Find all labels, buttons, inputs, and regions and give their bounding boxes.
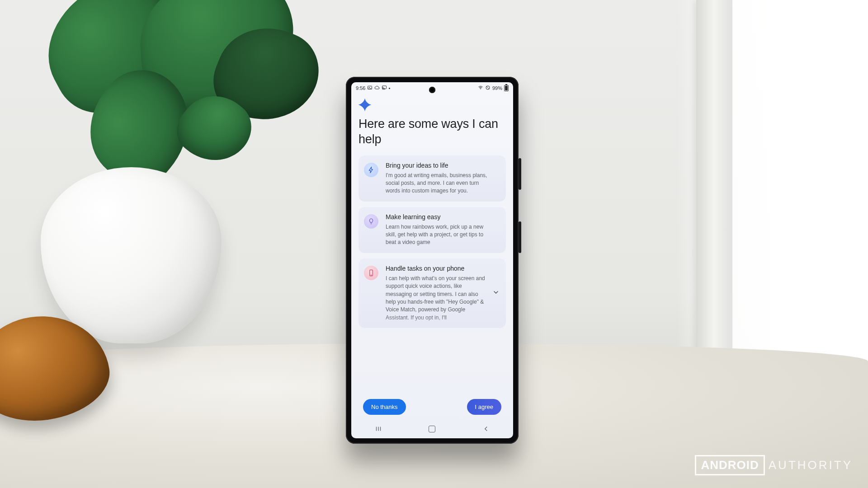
photo-scene: ANDROID AUTHORITY 9:56: [0, 0, 868, 488]
status-time: 9:56: [356, 85, 365, 91]
card-ideas[interactable]: Bring your ideas to life I'm good at wri…: [359, 155, 506, 202]
i-agree-button[interactable]: I agree: [467, 399, 501, 415]
chevron-down-icon[interactable]: [492, 289, 500, 298]
gemini-sparkle-icon: [358, 98, 372, 112]
feature-cards: Bring your ideas to life I'm good at wri…: [359, 155, 506, 394]
phone-screen: 9:56: [351, 82, 513, 438]
card-desc: Learn how rainbows work, pick up a new s…: [386, 223, 494, 247]
card-title: Make learning easy: [386, 213, 494, 221]
bolt-icon: [364, 163, 378, 177]
card-title: Bring your ideas to life: [386, 162, 494, 169]
nav-home-button[interactable]: [423, 426, 441, 432]
consent-button-bar: No thanks I agree: [359, 394, 506, 419]
svg-point-3: [480, 89, 481, 89]
phone-icon: [364, 266, 378, 280]
status-battery-icon: [504, 85, 509, 91]
phone-frame: 9:56: [346, 77, 519, 444]
plant-pot: [41, 167, 222, 343]
front-camera: [429, 87, 435, 93]
status-image-icon: [367, 85, 373, 91]
card-phone-tasks[interactable]: Handle tasks on your phone I can help wi…: [359, 258, 506, 328]
svg-line-5: [486, 86, 489, 89]
status-dnd-icon: [485, 85, 491, 91]
status-battery-percent: 99%: [492, 85, 502, 91]
status-wifi-icon: [478, 85, 483, 91]
android-navbar: [351, 419, 513, 438]
card-desc: I'm good at writing emails, business pla…: [386, 172, 494, 195]
nav-recents-button[interactable]: [369, 425, 387, 433]
watermark-sub: AUTHORITY: [769, 458, 853, 472]
page-headline: Here are some ways I can help: [359, 117, 506, 147]
status-cast-icon: [382, 85, 387, 91]
gemini-onboarding: Here are some ways I can help Bring your…: [351, 94, 513, 419]
card-title: Handle tasks on your phone: [386, 265, 487, 272]
nav-back-button[interactable]: [477, 425, 495, 433]
watermark: ANDROID AUTHORITY: [695, 455, 853, 475]
status-cloud-icon: [374, 85, 380, 91]
no-thanks-button[interactable]: No thanks: [363, 399, 406, 415]
watermark-brand: ANDROID: [695, 455, 764, 475]
card-learning[interactable]: Make learning easy Learn how rainbows wo…: [359, 207, 506, 253]
bulb-icon: [364, 214, 378, 229]
card-desc: I can help with what's on your screen an…: [386, 275, 487, 322]
status-dot-icon: [389, 88, 390, 89]
